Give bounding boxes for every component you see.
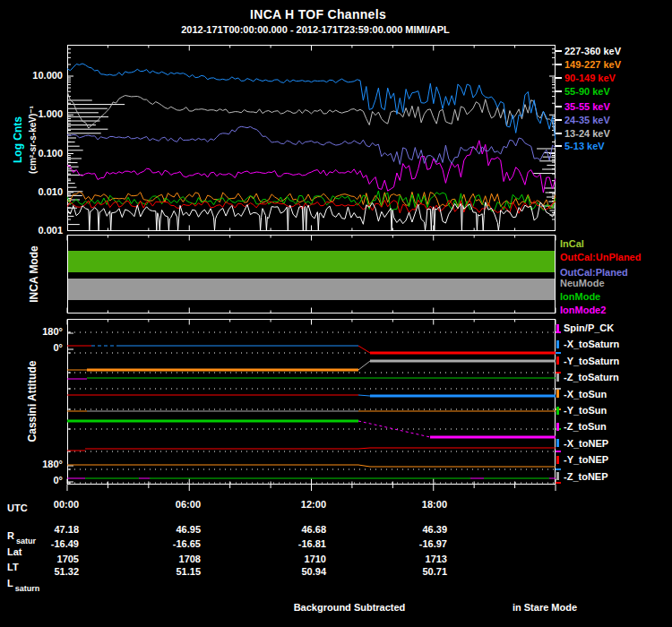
attitude-legend-item: -Y_toSaturn: [556, 356, 619, 366]
attitude-legend-item: -Z_toNEP: [556, 471, 608, 482]
table-cell: 00:00: [7, 499, 79, 510]
legend-dash-icon: [556, 106, 562, 107]
inca-mode-chart: [67, 235, 556, 314]
table-cell: 46.39: [375, 524, 447, 535]
attitude-legend-label: Spin/P_CK: [564, 322, 614, 333]
plot-rect: [68, 320, 556, 485]
attitude-legend-item: -X_toNEP: [556, 438, 608, 449]
mode-legend-label: NeuMode: [560, 278, 605, 288]
channel-legend-label: 227-360 keV: [564, 46, 621, 56]
inca-plot-page: INCA H TOF Channels 2012-171T00:00:00.00…: [0, 0, 672, 627]
channel-legend-item: 5-13 keV: [556, 141, 605, 151]
plot-rect: [68, 236, 556, 314]
attitude-legend-label: -X_toSaturn: [564, 339, 619, 349]
attitude-legend-tick-icon: [556, 340, 559, 348]
mode-legend-label: IonMode: [560, 291, 600, 302]
channel-legend-label: 5-13 keV: [564, 141, 605, 151]
attitude-legend-tick-icon: [556, 374, 559, 382]
mode-legend-label: IonMode2: [560, 305, 606, 315]
table-cell: 1708: [129, 554, 201, 564]
top-ytick-label: 0.010: [7, 186, 63, 197]
legend-dash-icon: [556, 133, 562, 134]
table-cell: 1713: [375, 554, 447, 564]
channel-legend-label: 35-55 keV: [564, 101, 610, 112]
channel-legend-item: 13-24 keV: [556, 128, 610, 139]
attitude-legend-item: -Z_toSaturn: [556, 372, 619, 382]
mode-legend-label: OutCal:UnPlaned: [560, 252, 641, 262]
top-ytick-label: 0.001: [7, 225, 63, 236]
table-cell: 46.95: [129, 524, 201, 535]
table-cell: 1710: [254, 554, 326, 564]
attitude-panel-ylabel: Cassini Attitude: [26, 361, 39, 442]
mode-bar-active-lower: [68, 279, 555, 300]
cassini-attitude-chart: [67, 319, 563, 494]
page-title: INCA H TOF Channels: [250, 7, 386, 21]
attitude-legend-label: -Y_toSaturn: [564, 356, 619, 366]
attitude-legend-label: -Y_toSun: [564, 405, 607, 416]
attitude-legend-label: -Z_toSaturn: [564, 372, 619, 382]
channel-legend-item: 24-35 keV: [556, 115, 610, 125]
channel-legend-item: 149-227 keV: [556, 59, 621, 70]
plot-line: [358, 395, 370, 396]
channel-legend-label: 55-90 keV: [564, 86, 610, 97]
table-cell: 1705: [7, 554, 79, 564]
attitude-legend-label: -X_toNEP: [564, 438, 608, 449]
tof-channels-chart: [67, 45, 556, 231]
attitude-legend-tick-icon: [556, 472, 559, 480]
attitude-legend-tick-icon: [556, 439, 559, 447]
plot-line: [358, 361, 370, 370]
top-ytick-label: 1.000: [7, 108, 63, 119]
attitude-legend-tick-icon: [556, 390, 559, 398]
mode-legend-label: InCal: [560, 238, 584, 249]
plot-line: [358, 346, 370, 353]
table-cell: -16.81: [254, 538, 326, 549]
top-ytick-label: 0.100: [7, 148, 63, 159]
table-row-label-subscript: saturn: [15, 584, 40, 593]
legend-dash-icon: [556, 119, 562, 121]
table-row-label: Lsaturn: [7, 578, 38, 588]
channel-legend-label: 13-24 keV: [564, 128, 610, 139]
table-cell: -16.49: [7, 538, 79, 549]
attitude-ytick-label: 0°: [7, 342, 63, 353]
attitude-ytick-label: 0°: [7, 475, 63, 485]
data-series-line: [67, 126, 556, 164]
table-cell: 50.94: [254, 566, 326, 577]
attitude-legend-item: -X_toSaturn: [556, 339, 619, 349]
attitude-legend-label: -Z_toSun: [564, 421, 607, 432]
attitude-ytick-label: 180°: [7, 459, 63, 469]
attitude-legend-item: -X_toSun: [556, 389, 607, 399]
plot-line: [358, 448, 370, 449]
mode-bar-active-upper: [68, 251, 555, 272]
table-cell: 12:00: [254, 499, 326, 510]
attitude-ytick-label: 180°: [7, 326, 63, 337]
attitude-legend-tick-icon: [556, 407, 559, 415]
table-cell: 50.71: [375, 566, 447, 577]
legend-dash-icon: [556, 90, 562, 92]
attitude-legend-label: -Y_toNEP: [564, 454, 608, 465]
attitude-legend-tick-icon: [556, 423, 559, 431]
legend-dash-icon: [556, 77, 562, 79]
attitude-legend-item: -Y_toSun: [556, 405, 607, 416]
channel-legend-item: 35-55 keV: [556, 101, 610, 112]
table-cell: 51.32: [7, 566, 79, 577]
attitude-legend-item: -Y_toNEP: [556, 454, 608, 465]
legend-dash-icon: [556, 145, 562, 147]
data-series-line: [67, 91, 556, 138]
attitude-legend-tick-icon: [556, 356, 559, 365]
table-cell: 51.15: [129, 566, 201, 577]
attitude-legend-label: -X_toSun: [564, 389, 607, 399]
legend-dash-icon: [556, 64, 562, 65]
stare-mode-note: in Stare Mode: [513, 602, 577, 613]
mode-legend-label: OutCal:Planed: [560, 267, 628, 278]
attitude-legend-tick-icon: [556, 324, 559, 332]
table-cell: 46.68: [254, 524, 326, 535]
attitude-legend-tick-icon: [556, 456, 559, 464]
channel-legend-label: 90-149 keV: [564, 73, 616, 83]
attitude-legend-item: Spin/P_CK: [556, 322, 614, 333]
table-cell: 18:00: [375, 499, 447, 510]
channel-legend-label: 149-227 keV: [564, 59, 621, 70]
channel-legend-item: 55-90 keV: [556, 86, 610, 97]
attitude-legend-label: -Z_toNEP: [564, 471, 608, 482]
table-cell: 47.18: [7, 524, 79, 535]
background-subtracted-note: Background Subtracted: [294, 602, 406, 613]
